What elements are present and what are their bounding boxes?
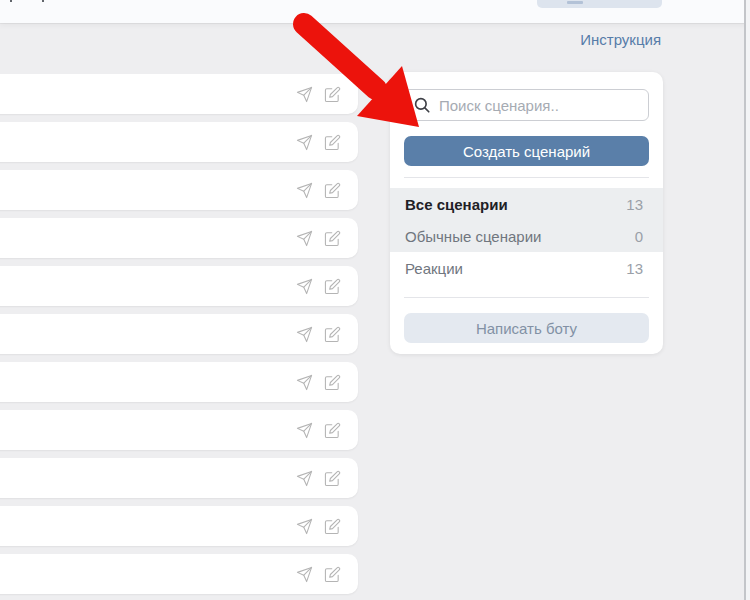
send-icon[interactable] xyxy=(296,374,313,391)
scenario-card[interactable] xyxy=(0,122,358,162)
cut-text-fragment xyxy=(10,0,12,2)
edit-icon[interactable] xyxy=(324,326,341,343)
filter-label: Обычные сценарии xyxy=(405,228,541,245)
filter-label: Все сценарии xyxy=(405,196,508,213)
edit-icon[interactable] xyxy=(324,422,341,439)
scenario-card[interactable] xyxy=(0,74,358,114)
edit-icon[interactable] xyxy=(324,278,341,295)
cut-text-fragment xyxy=(42,0,44,2)
scenario-list xyxy=(0,74,358,600)
scenario-card[interactable] xyxy=(0,506,358,546)
edit-icon[interactable] xyxy=(324,182,341,199)
filter-count: 13 xyxy=(626,260,643,277)
send-icon[interactable] xyxy=(296,518,313,535)
cut-button-text-fragment xyxy=(567,1,583,4)
send-icon[interactable] xyxy=(296,182,313,199)
filter-count: 13 xyxy=(626,196,643,213)
edit-icon[interactable] xyxy=(324,566,341,583)
write-to-bot-button[interactable]: Написать боту xyxy=(404,313,649,343)
send-icon[interactable] xyxy=(296,566,313,583)
search-input[interactable] xyxy=(404,89,649,121)
send-icon[interactable] xyxy=(296,422,313,439)
window-edge xyxy=(746,0,750,600)
filter-list: Все сценарии 13 Обычные сценарии 0 Реакц… xyxy=(390,188,663,284)
send-icon[interactable] xyxy=(296,230,313,247)
search-box xyxy=(404,89,649,121)
topbar-cut-button[interactable] xyxy=(537,0,662,8)
send-icon[interactable] xyxy=(296,278,313,295)
filter-all-scenarios[interactable]: Все сценарии 13 xyxy=(390,188,663,220)
edit-icon[interactable] xyxy=(324,470,341,487)
edit-icon[interactable] xyxy=(324,518,341,535)
scenario-card[interactable] xyxy=(0,554,358,594)
scenario-card[interactable] xyxy=(0,218,358,258)
edit-icon[interactable] xyxy=(324,374,341,391)
scenario-card[interactable] xyxy=(0,458,358,498)
instruction-link[interactable]: Инструкция xyxy=(580,31,661,48)
search-icon xyxy=(413,96,431,114)
create-scenario-button[interactable]: Создать сценарий xyxy=(404,136,649,166)
filter-label: Реакции xyxy=(405,260,463,277)
scenario-card[interactable] xyxy=(0,314,358,354)
edit-icon[interactable] xyxy=(324,134,341,151)
send-icon[interactable] xyxy=(296,134,313,151)
divider xyxy=(404,177,649,178)
scenario-card[interactable] xyxy=(0,170,358,210)
filter-reactions[interactable]: Реакции 13 xyxy=(390,252,663,284)
send-icon[interactable] xyxy=(296,86,313,103)
filter-regular-scenarios[interactable]: Обычные сценарии 0 xyxy=(390,220,663,252)
scenario-card[interactable] xyxy=(0,410,358,450)
scenario-card[interactable] xyxy=(0,362,358,402)
scenario-sidebar: Создать сценарий Все сценарии 13 Обычные… xyxy=(390,72,663,354)
send-icon[interactable] xyxy=(296,470,313,487)
scenario-card[interactable] xyxy=(0,266,358,306)
edit-icon[interactable] xyxy=(324,86,341,103)
edit-icon[interactable] xyxy=(324,230,341,247)
divider xyxy=(404,297,649,298)
filter-count: 0 xyxy=(635,228,643,245)
send-icon[interactable] xyxy=(296,326,313,343)
